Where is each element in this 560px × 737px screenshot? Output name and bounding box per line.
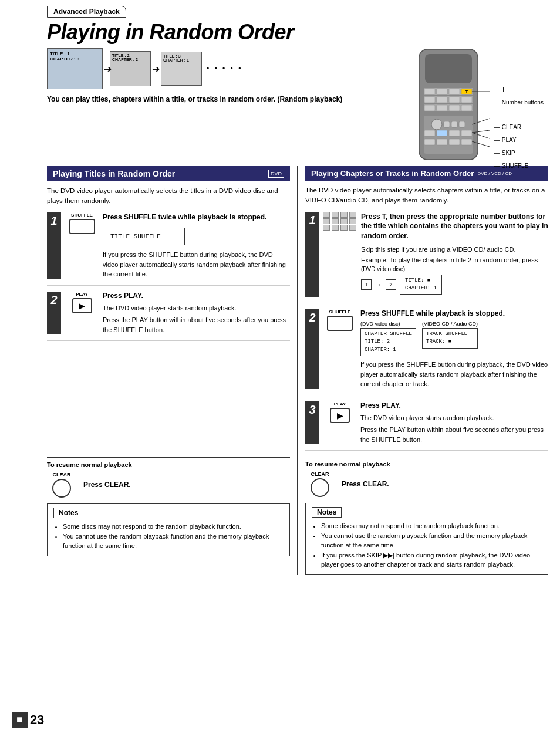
rstep1-inner: Press T, then press the appropriate numb… (319, 212, 548, 297)
rstep3-title: Press PLAY. (360, 401, 548, 410)
top-bar: Advanced Playback (0, 0, 560, 18)
rstep1-example: Example: To play the chapters in title 2… (361, 256, 548, 263)
step2-title: Press PLAY. (103, 292, 290, 300)
right-note-2: You cannot use the random playback funct… (321, 531, 542, 550)
right-note-1: Some discs may not respond to the random… (321, 521, 542, 531)
arrow-2: ➔ (152, 63, 160, 75)
right-step-2: 2 SHUFFLE Press SHUFFLE while playback i… (305, 309, 548, 395)
svg-rect-23 (459, 121, 465, 127)
remote-label-clear: — CLEAR (494, 121, 544, 134)
rstep3-icon-label: PLAY (334, 401, 346, 407)
rstep2-content: Press SHUFFLE while playback is stopped.… (360, 309, 548, 389)
left-note-2: You cannot use the random playback funct… (63, 532, 284, 551)
left-step-2: 2 PLAY ▶ Press PLAY. The DVD video playe… (47, 292, 290, 342)
left-notes-header: Notes (53, 508, 83, 518)
svg-rect-30 (449, 139, 460, 145)
rstep2-vcd-label: (VIDEO CD / Audio CD) (422, 321, 478, 327)
rstep1-example-label: (DVD video disc) (361, 266, 405, 272)
subtitle-text: You can play titles, chapters within a t… (47, 94, 396, 104)
remote-section: T (396, 48, 548, 163)
right-note-3: If you press the SKIP ▶▶| button during … (321, 550, 542, 570)
left-intro: The DVD video player automatically selec… (47, 186, 290, 207)
right-resume-text: Press CLEAR. (342, 480, 389, 488)
left-resume-icon-label: CLEAR (53, 472, 71, 478)
disc-card-2: TITLE : 2CHAPTER : 2 (110, 51, 151, 86)
step1-title: Press SHUFFLE twice while playback is st… (103, 212, 290, 222)
rstep2-displays: (DVD video disc) CHAPTER SHUFFLETITLE: 2… (360, 321, 548, 357)
svg-rect-12 (461, 97, 472, 103)
svg-rect-7 (449, 89, 460, 94)
step1-content: Press SHUFFLE twice while playback is st… (103, 212, 290, 279)
svg-rect-21 (444, 121, 450, 127)
left-resume-title: To resume normal playback (47, 457, 290, 468)
disc-label-2: TITLE : 2CHAPTER : 2 (112, 53, 149, 62)
left-column: Playing Titles in Random Order DVD The D… (47, 166, 298, 575)
svg-rect-31 (461, 139, 472, 145)
disc-label-1: TITLE : 1CHAPTER : 3 (50, 51, 100, 62)
rstep3-text-1: The DVD video player starts random playb… (360, 413, 548, 423)
rstep2-vcd-col: (VIDEO CD / Audio CD) TRACK SHUFFLETRACK… (422, 321, 478, 357)
step1-number: 1 (47, 212, 61, 279)
svg-rect-15 (449, 105, 460, 111)
svg-text:T: T (465, 90, 468, 94)
remote-diagram: T (407, 48, 548, 163)
svg-rect-28 (424, 139, 435, 145)
rstep1-title: Press T, then press the appropriate numb… (361, 212, 548, 241)
step1-icon-label: SHUFFLE (71, 212, 93, 218)
page-number-section: ■ 23 (12, 712, 44, 728)
right-step-3: 3 PLAY ▶ Press PLAY. The DVD video playe… (305, 401, 548, 451)
left-step-1: 1 SHUFFLE Press SHUFFLE twice while play… (47, 212, 290, 286)
rstep2-note: If you press the SHUFFLE button during p… (360, 360, 548, 389)
svg-rect-25 (437, 130, 447, 136)
svg-rect-1 (425, 54, 472, 83)
rstep1-title-display: TITLE: ■CHAPTER: 1 (400, 275, 442, 294)
step2-play-button: ▶ (72, 298, 92, 313)
left-resume-row: CLEAR Press CLEAR. (47, 472, 290, 498)
left-resume-icon: CLEAR (47, 472, 76, 498)
rstep1-skip: Skip this step if you are using a VIDEO … (361, 245, 548, 255)
right-resume-icon: CLEAR (305, 471, 335, 497)
svg-rect-22 (451, 121, 457, 127)
step2-inner: PLAY ▶ Press PLAY. The DVD video player … (61, 292, 290, 335)
disc-label-3: TITLE : 3CHAPTER : 1 (163, 54, 200, 62)
right-resume-icon-label: CLEAR (311, 471, 329, 477)
svg-rect-6 (437, 89, 447, 94)
svg-rect-29 (437, 139, 447, 145)
rstep2-icon: SHUFFLE (323, 309, 357, 389)
remote-label-T: — T (494, 83, 544, 96)
right-resume-row: CLEAR Press CLEAR. (305, 471, 548, 497)
rstep3-number: 3 (305, 401, 319, 445)
arrow-1: ➔ (104, 63, 112, 75)
step1-note: If you press the SHUFFLE button during p… (103, 250, 290, 279)
step1-inner: SHUFFLE Press SHUFFLE twice while playba… (61, 212, 290, 279)
right-clear-button (311, 478, 329, 497)
rstep2-shuffle-button (327, 316, 353, 331)
svg-rect-26 (449, 130, 460, 136)
svg-rect-11 (449, 97, 460, 103)
left-section-header: Playing Titles in Random Order DVD (47, 166, 290, 181)
remote-labels: — T — Number buttons — CLEAR — PLAY — SK… (494, 83, 544, 173)
left-clear-button (52, 479, 71, 498)
step2-number: 2 (47, 292, 61, 335)
step2-content: Press PLAY. The DVD video player starts … (103, 292, 290, 335)
right-resume: To resume normal playback CLEAR Press CL… (305, 457, 548, 497)
rstep1-example-row: (DVD video disc) (361, 266, 548, 272)
rstep3-inner: PLAY ▶ Press PLAY. The DVD video player … (319, 401, 548, 445)
page-title: Playing in Random Order (0, 18, 560, 45)
right-intro: The DVD video player automatically selec… (305, 185, 548, 206)
svg-rect-24 (424, 130, 435, 136)
remote-svg: T (407, 48, 490, 163)
rstep2-dvd-col: (DVD video disc) CHAPTER SHUFFLETITLE: 2… (360, 321, 416, 357)
right-notes-list: Some discs may not respond to the random… (312, 521, 542, 570)
rstep3-text-2: Press the PLAY button within about five … (360, 425, 548, 444)
rstep3-content: Press PLAY. The DVD video player starts … (360, 401, 548, 445)
rstep1-content: Press T, then press the appropriate numb… (361, 212, 548, 297)
t-box: T (361, 279, 372, 290)
left-badge: DVD (268, 170, 284, 178)
left-resume: To resume normal playback CLEAR Press CL… (47, 457, 290, 498)
right-column: Playing Chapters or Tracks in Random Ord… (298, 166, 548, 575)
remote-label-skip: — SKIP (494, 147, 544, 160)
top-section: TITLE : 1CHAPTER : 3 ➔ TITLE : 2CHAPTER … (0, 45, 560, 166)
right-step-1: 1 (305, 212, 548, 303)
page: Advanced Playback Playing in Random Orde… (0, 0, 560, 737)
